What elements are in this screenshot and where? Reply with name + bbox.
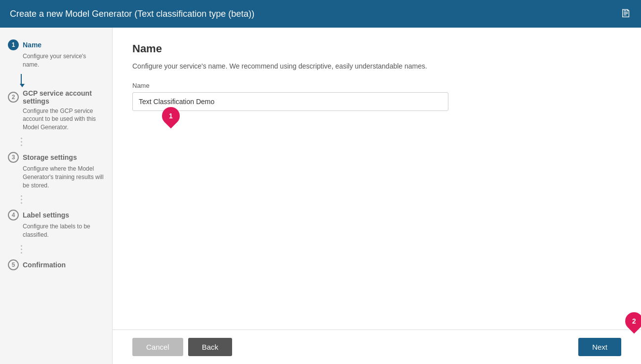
content-footer: Cancel Back 2 Next — [113, 329, 641, 364]
app-header: Create a new Model Generator (Text class… — [0, 0, 641, 28]
footer-right-buttons: 2 Next — [578, 338, 621, 356]
dots-connector-3 — [8, 195, 104, 204]
step-label-label-settings: Label settings — [23, 211, 69, 219]
sidebar: 1 Name Configure your service's name. 2 … — [0, 28, 113, 364]
pin-1-label: 1 — [169, 112, 173, 120]
cancel-button[interactable]: Cancel — [132, 338, 183, 356]
main-layout: 1 Name Configure your service's name. 2 … — [0, 28, 641, 364]
sidebar-item-name[interactable]: 1 Name Configure your service's name. — [0, 37, 112, 74]
step-connector-1 — [8, 74, 104, 87]
step-circle-3: 3 — [8, 152, 19, 163]
content-body: Name Configure your service's name. We r… — [113, 28, 641, 329]
back-button[interactable]: Back — [188, 338, 232, 356]
step-label-name: Name — [23, 41, 41, 49]
footer-left-buttons: Cancel Back — [132, 338, 232, 356]
step-label-gcp: GCP service account settings — [23, 89, 104, 105]
dots-connector-4 — [8, 245, 104, 254]
step-circle-5: 5 — [8, 259, 19, 270]
step-desc-label-settings: Configure the labels to be classified. — [23, 222, 104, 239]
step-label-confirmation: Confirmation — [23, 261, 66, 269]
step-desc-gcp: Configure the GCP service account to be … — [23, 107, 104, 132]
name-field-container: 1 — [132, 92, 448, 111]
sidebar-item-gcp[interactable]: 2 GCP service account settings Configure… — [0, 87, 112, 137]
content-area: Name Configure your service's name. We r… — [113, 28, 641, 364]
sidebar-item-storage[interactable]: 3 Storage settings Configure where the M… — [0, 150, 112, 194]
name-field-label: Name — [132, 82, 621, 89]
step-label-storage: Storage settings — [23, 153, 77, 161]
content-title: Name — [132, 42, 621, 55]
document-icon: 🖹 — [620, 7, 631, 20]
dots-connector-2 — [8, 138, 104, 146]
step-circle-1: 1 — [8, 39, 19, 50]
page-title: Create a new Model Generator (Text class… — [10, 9, 254, 19]
content-description: Configure your service's name. We recomm… — [132, 62, 621, 70]
sidebar-item-confirmation[interactable]: 5 Confirmation — [0, 257, 112, 274]
sidebar-item-label-settings[interactable]: 4 Label settings Configure the labels to… — [0, 208, 112, 244]
name-input[interactable] — [132, 92, 448, 111]
step-desc-storage: Configure where the Model Generator's tr… — [23, 165, 104, 189]
step-circle-4: 4 — [8, 210, 19, 220]
next-button[interactable]: Next — [578, 338, 621, 356]
step-desc-name: Configure your service's name. — [23, 52, 104, 69]
pin-2-label: 2 — [632, 317, 636, 325]
step-circle-2: 2 — [8, 92, 19, 103]
